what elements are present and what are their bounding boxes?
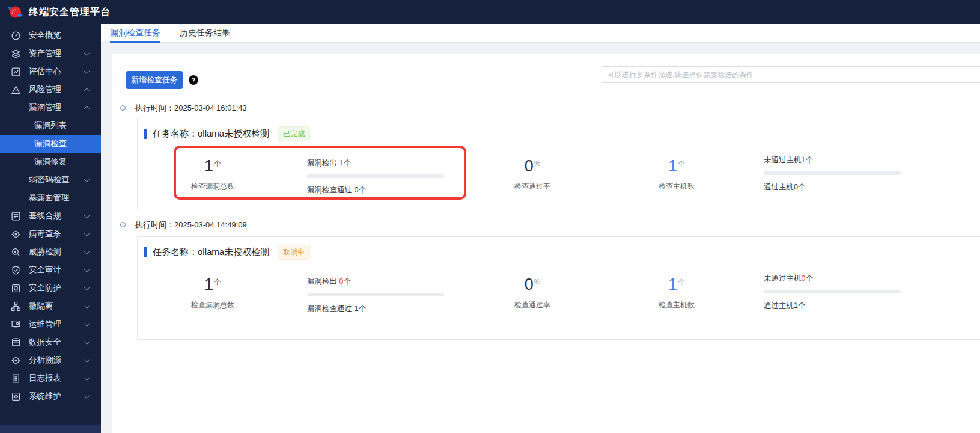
sidebar-item-vuln-list[interactable]: 漏洞列表 bbox=[0, 117, 101, 135]
chevron-down-icon bbox=[84, 176, 90, 182]
stat-divider bbox=[606, 151, 606, 218]
chevron-down-icon bbox=[84, 393, 90, 399]
sidebar-item-label: 日志报表 bbox=[29, 373, 61, 384]
sidebar-item-label: 弱密码检查 bbox=[29, 174, 70, 185]
sidebar-item-vuln-fix[interactable]: 漏洞修复 bbox=[0, 153, 101, 171]
sidebar-item-baseline[interactable]: 基线合规 bbox=[0, 207, 101, 225]
sidebar-item-label: 漏洞修复 bbox=[34, 156, 67, 167]
sidebar-item-audit[interactable]: 安全审计 bbox=[0, 261, 101, 279]
sidebar-item-label: 威胁检测 bbox=[29, 247, 61, 257]
sidebar-item-assets[interactable]: 资产管理 bbox=[0, 45, 101, 63]
sidebar-item-maintenance[interactable]: 系统维护 bbox=[0, 387, 101, 405]
chevron-down-icon bbox=[84, 284, 90, 290]
network-icon bbox=[11, 301, 21, 312]
task-name: 任务名称：ollama未授权检测 bbox=[153, 128, 269, 140]
task-exec-time: 执行时间：2025-03-04 16:01:43 bbox=[135, 103, 247, 114]
tab-history-results[interactable]: 历史任务结果 bbox=[180, 24, 230, 43]
chevron-down-icon bbox=[84, 357, 90, 363]
stat-pass-rate: 0% 检查通过率 bbox=[478, 153, 586, 192]
sidebar-item-label: 评估中心 bbox=[29, 66, 61, 77]
shield-box-icon bbox=[11, 283, 21, 293]
shield-check-icon bbox=[11, 265, 21, 275]
layers-icon bbox=[11, 49, 21, 59]
target-icon bbox=[11, 355, 21, 366]
timeline-dot bbox=[120, 222, 126, 227]
gauge-icon bbox=[11, 31, 21, 41]
baseline-icon bbox=[11, 211, 21, 221]
sidebar-item-weak-password[interactable]: 弱密码检查 bbox=[0, 171, 101, 189]
sidebar-item-label: 系统维护 bbox=[29, 391, 61, 402]
sidebar-item-data-security[interactable]: 数据安全 bbox=[0, 333, 101, 351]
chevron-down-icon bbox=[84, 375, 90, 381]
status-badge: 取消中 bbox=[278, 245, 310, 260]
chart-icon bbox=[11, 67, 21, 77]
sidebar-item-label: 风险管理 bbox=[29, 84, 61, 95]
sidebar-item-label: 漏洞列表 bbox=[34, 120, 67, 131]
chevron-down-icon bbox=[84, 248, 90, 254]
stat-vuln-detect: 漏洞检出 0个 漏洞检查通过 1个 bbox=[307, 277, 445, 314]
sidebar-item-antivirus[interactable]: 病毒查杀 bbox=[0, 225, 101, 243]
card-accent-bar bbox=[144, 129, 147, 139]
sidebar-item-label: 运维管理 bbox=[29, 319, 61, 330]
timeline-line bbox=[123, 112, 123, 221]
sidebar-item-protection[interactable]: 安全防护 bbox=[0, 279, 101, 297]
app-header: 终端安全管理平台 bbox=[0, 0, 980, 24]
sidebar-item-label: 安全审计 bbox=[29, 265, 61, 275]
sidebar-bottom-strip bbox=[0, 425, 101, 433]
sidebar-item-label: 基线合规 bbox=[29, 210, 61, 221]
filter-input[interactable] bbox=[601, 66, 980, 83]
stat-total-vulns: 1个 检查漏洞总数 bbox=[159, 272, 267, 310]
app-logo-icon bbox=[7, 4, 23, 20]
sidebar-item-label: 安全防护 bbox=[29, 283, 61, 293]
task-exec-time: 执行时间：2025-03-04 14:49:09 bbox=[135, 220, 247, 230]
search-icon bbox=[11, 247, 21, 257]
timeline-dot bbox=[120, 105, 126, 111]
progress-bar bbox=[764, 290, 901, 293]
sidebar-item-label: 分析溯源 bbox=[29, 355, 61, 366]
stat-divider bbox=[606, 269, 606, 337]
warning-icon bbox=[11, 85, 21, 95]
sidebar-item-trace[interactable]: 分析溯源 bbox=[0, 351, 101, 369]
database-icon bbox=[11, 337, 21, 348]
chevron-down-icon bbox=[84, 339, 90, 345]
gear-box-icon bbox=[11, 392, 21, 402]
sidebar-item-threat[interactable]: 威胁检测 bbox=[0, 243, 101, 261]
help-icon[interactable]: ? bbox=[189, 75, 198, 85]
chevron-down-icon bbox=[84, 302, 90, 309]
progress-bar bbox=[307, 293, 444, 296]
sidebar-nav: 安全概览资产管理评估中心风险管理漏洞管理漏洞列表漏洞检查漏洞修复弱密码检查暴露面… bbox=[0, 24, 101, 433]
progress-bar bbox=[764, 171, 901, 175]
sidebar-item-label: 暴露面管理 bbox=[29, 192, 70, 203]
task-card: 任务名称：ollama未授权检测 取消中 1个 检查漏洞总数 漏洞检出 0个 漏… bbox=[137, 236, 980, 340]
sidebar-item-ops[interactable]: 运维管理 bbox=[0, 315, 101, 333]
chevron-down-icon bbox=[84, 68, 90, 74]
sidebar-item-risk[interactable]: 风险管理 bbox=[0, 81, 101, 99]
sidebar-item-label: 漏洞检查 bbox=[34, 138, 67, 149]
new-check-task-button[interactable]: 新增检查任务 bbox=[126, 71, 183, 89]
stat-vuln-detect: 漏洞检出 1个 漏洞检查通过 0个 bbox=[307, 158, 445, 195]
stat-pass-rate: 0% 检查通过率 bbox=[478, 272, 586, 310]
virus-icon bbox=[11, 229, 21, 239]
sidebar-item-exposure[interactable]: 暴露面管理 bbox=[0, 189, 101, 207]
stat-host-count: 1个 检查主机数 bbox=[622, 153, 731, 192]
sidebar-item-vuln-check[interactable]: 漏洞检查 bbox=[0, 135, 101, 153]
task-name: 任务名称：ollama未授权检测 bbox=[153, 247, 269, 258]
content-panel: 新增检查任务 ? 执行时间：2025-03-04 16:01:43 任务名称：o… bbox=[112, 54, 980, 433]
sidebar-item-overview[interactable]: 安全概览 bbox=[0, 26, 101, 45]
sidebar-item-label: 微隔离 bbox=[29, 301, 53, 312]
sidebar-item-micro-seg[interactable]: 微隔离 bbox=[0, 297, 101, 315]
document-icon bbox=[11, 373, 21, 384]
sidebar-item-assessment[interactable]: 评估中心 bbox=[0, 63, 101, 81]
stat-host-count: 1个 检查主机数 bbox=[622, 272, 731, 310]
card-accent-bar bbox=[144, 247, 147, 257]
main-content: 漏洞检查任务 历史任务结果 新增检查任务 ? 执行时间：2025-03-04 1… bbox=[101, 24, 980, 433]
app-title: 终端安全管理平台 bbox=[29, 6, 111, 19]
sidebar-item-label: 安全概览 bbox=[29, 30, 61, 41]
chevron-down-icon bbox=[84, 321, 90, 327]
sidebar-item-vuln-mgmt[interactable]: 漏洞管理 bbox=[0, 99, 101, 117]
tab-vuln-check-tasks[interactable]: 漏洞检查任务 bbox=[110, 24, 160, 43]
sidebar-item-logs[interactable]: 日志报表 bbox=[0, 369, 101, 387]
task-card: 任务名称：ollama未授权检测 已完成 1个 检查漏洞总数 漏洞检出 1个 漏… bbox=[137, 118, 980, 209]
tab-bar: 漏洞检查任务 历史任务结果 bbox=[101, 24, 980, 43]
sidebar-item-label: 病毒查杀 bbox=[29, 229, 61, 239]
